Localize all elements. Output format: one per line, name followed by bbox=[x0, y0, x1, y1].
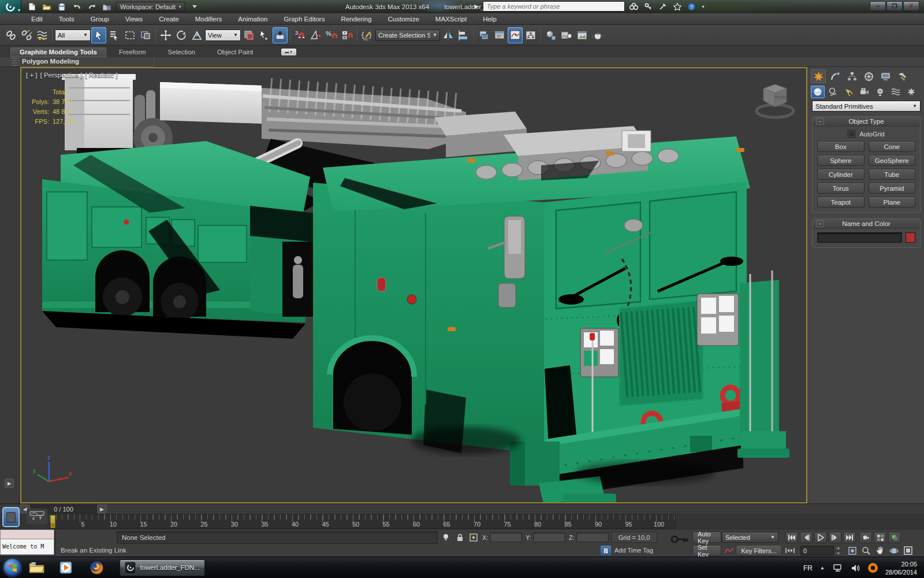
orbit-view-button[interactable] bbox=[888, 545, 900, 556]
spinner-snap-toggle-button[interactable] bbox=[340, 27, 355, 43]
go-to-start-button[interactable] bbox=[785, 532, 798, 543]
add-time-tag-label[interactable]: Add Time Tag bbox=[614, 547, 653, 554]
taskbar-media-player[interactable] bbox=[51, 558, 81, 577]
tab-create[interactable] bbox=[811, 69, 826, 83]
ribbon-grip[interactable] bbox=[12, 58, 17, 66]
cone-button[interactable]: Cone bbox=[869, 141, 916, 152]
search-input[interactable] bbox=[483, 1, 625, 12]
angle-snap-toggle-button[interactable] bbox=[308, 27, 323, 43]
percent-snap-toggle-button[interactable]: % bbox=[324, 27, 339, 43]
auto-key-button[interactable]: Auto Key bbox=[692, 532, 721, 543]
curve-editor-button[interactable] bbox=[508, 27, 523, 43]
search-button[interactable] bbox=[629, 1, 639, 12]
plane-button[interactable]: Plane bbox=[869, 197, 916, 208]
use-pivot-point-center-button[interactable] bbox=[241, 27, 256, 43]
maximize-viewport-button[interactable] bbox=[902, 545, 914, 556]
redo-button[interactable] bbox=[86, 2, 98, 12]
zoom-extents-button[interactable] bbox=[847, 545, 858, 556]
tab-object-paint[interactable]: Object Paint bbox=[208, 47, 263, 57]
zoom-keys-button[interactable] bbox=[784, 545, 796, 555]
sub-lights[interactable] bbox=[842, 86, 856, 98]
mirror-button[interactable] bbox=[441, 27, 456, 43]
menu-help[interactable]: Help bbox=[475, 13, 505, 25]
object-type-header[interactable]: – Object Type bbox=[813, 117, 920, 127]
object-name-field[interactable] bbox=[817, 232, 902, 243]
menu-animation[interactable]: Animation bbox=[230, 13, 275, 25]
tab-display[interactable] bbox=[878, 69, 893, 83]
selection-filter-dropdown[interactable]: All ▼ bbox=[55, 29, 91, 41]
x-input[interactable] bbox=[490, 532, 522, 542]
taskbar-clock[interactable]: 20:05 28/06/2014 bbox=[885, 560, 917, 576]
viewport-general-menu[interactable]: [ + ] bbox=[26, 72, 38, 79]
z-input[interactable] bbox=[576, 532, 609, 542]
tab-motion[interactable] bbox=[861, 69, 876, 83]
tray-app-icon[interactable] bbox=[868, 563, 878, 573]
macro-recorder-line[interactable] bbox=[0, 529, 54, 539]
open-mini-curve-editor-button[interactable] bbox=[27, 509, 47, 524]
tab-modify[interactable] bbox=[828, 69, 843, 83]
favorites-button[interactable] bbox=[672, 1, 683, 12]
edit-named-selection-sets-button[interactable]: {}ABC bbox=[360, 27, 375, 43]
frame-spinner[interactable]: ▲▼ bbox=[835, 546, 841, 555]
time-slider-handle[interactable]: 0 bbox=[50, 515, 55, 528]
viewport-layout-tabs-button[interactable] bbox=[2, 507, 20, 527]
taskbar-explorer[interactable] bbox=[21, 558, 51, 577]
object-color-swatch[interactable] bbox=[906, 232, 915, 243]
menu-rendering[interactable]: Rendering bbox=[333, 13, 379, 25]
set-key-button[interactable]: Set Key bbox=[692, 545, 721, 556]
sub-cameras[interactable] bbox=[858, 86, 871, 98]
sub-geometry[interactable] bbox=[811, 86, 825, 98]
select-and-manipulate-button[interactable] bbox=[257, 27, 272, 43]
previous-key-button[interactable] bbox=[800, 532, 813, 543]
align-button[interactable] bbox=[456, 27, 471, 43]
menu-graph-editors[interactable]: Graph Editors bbox=[275, 13, 333, 25]
show-hidden-icons-button[interactable]: ▲ bbox=[820, 565, 825, 570]
select-and-move-button[interactable] bbox=[158, 27, 173, 43]
selection-lock-button[interactable] bbox=[454, 532, 465, 543]
next-key-button[interactable] bbox=[829, 532, 841, 543]
taskbar-3dsmax-task[interactable]: towerLadder_FDN... bbox=[120, 560, 205, 576]
tab-graphite-modeling-tools[interactable]: Graphite Modeling Tools bbox=[10, 47, 106, 57]
go-to-end-button[interactable] bbox=[843, 532, 856, 543]
current-frame-field[interactable] bbox=[800, 546, 834, 555]
next-frame-button[interactable]: ▶ bbox=[97, 505, 107, 513]
layer-manager-button[interactable] bbox=[476, 27, 491, 43]
taskbar-firefox[interactable] bbox=[81, 558, 111, 577]
add-time-tag-icon-button[interactable] bbox=[601, 546, 611, 555]
viewport-shading-menu[interactable]: [ Realistic ] bbox=[85, 72, 117, 79]
reference-coordinate-dropdown[interactable]: View ▼ bbox=[205, 29, 241, 41]
workspace-flyout-button[interactable] bbox=[189, 2, 200, 12]
select-and-scale-button[interactable] bbox=[189, 27, 204, 43]
unlink-selection-button[interactable] bbox=[19, 27, 34, 43]
keyboard-shortcut-override-button[interactable] bbox=[273, 27, 288, 43]
open-file-button[interactable] bbox=[41, 2, 53, 12]
menu-create[interactable]: Create bbox=[151, 13, 187, 25]
time-configuration-button[interactable] bbox=[874, 532, 886, 543]
select-object-button[interactable] bbox=[91, 27, 106, 43]
application-menu-button[interactable]: ▾ bbox=[0, 0, 21, 13]
rendered-frame-window-button[interactable] bbox=[575, 27, 590, 43]
timeline-ruler[interactable]: 5101520253035404550556065707580859095100… bbox=[49, 514, 676, 529]
absolute-offset-toggle[interactable] bbox=[468, 532, 479, 543]
viewport-pov-menu[interactable]: [ Perspective ] bbox=[40, 72, 83, 79]
perspective-viewport[interactable]: [ + ] [ Perspective ] [ Realistic ] Tota… bbox=[20, 67, 807, 503]
named-selection-set-dropdown[interactable]: Create Selection Se ▼ bbox=[375, 29, 440, 41]
pyramid-button[interactable]: Pyramid bbox=[869, 183, 916, 194]
menu-maxscript[interactable]: MAXScript bbox=[427, 13, 475, 25]
help-button[interactable]: ? bbox=[687, 1, 697, 12]
selected-dropdown[interactable]: Selected ▼ bbox=[722, 532, 778, 543]
undo-button[interactable] bbox=[71, 2, 83, 12]
torus-button[interactable]: Torus bbox=[817, 183, 865, 194]
search-flyout-icon[interactable]: ▶ bbox=[475, 3, 479, 9]
sphere-button[interactable]: Sphere bbox=[817, 155, 865, 166]
select-and-link-button[interactable] bbox=[3, 27, 18, 43]
viewcube[interactable]: FRONT bbox=[750, 79, 799, 123]
select-by-name-button[interactable] bbox=[107, 27, 122, 43]
menu-views[interactable]: Views bbox=[117, 13, 151, 25]
tab-selection[interactable]: Selection bbox=[159, 47, 204, 57]
mute-time-button[interactable] bbox=[888, 532, 901, 543]
key-filters-button[interactable]: Key Filters... bbox=[736, 545, 782, 556]
sub-helpers[interactable] bbox=[873, 86, 887, 98]
network-icon[interactable] bbox=[832, 564, 844, 573]
tab-utilities[interactable] bbox=[895, 69, 910, 83]
